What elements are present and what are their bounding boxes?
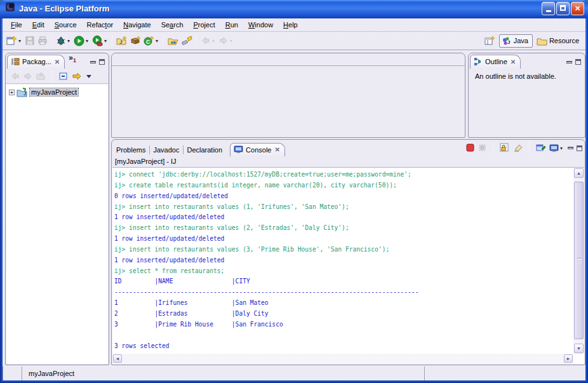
view-minimize-icon[interactable] [568, 147, 573, 149]
tab-problems[interactable]: Problems [113, 144, 149, 156]
up-button[interactable] [36, 72, 45, 80]
back-button[interactable] [11, 72, 20, 80]
toolbar-separator [112, 34, 112, 47]
close-icon[interactable]: ✕ [510, 58, 516, 65]
horizontal-scrollbar[interactable]: ◄ ► [112, 354, 573, 364]
back-arrow-icon [11, 72, 20, 80]
dropdown-arrow-icon: ▾ [86, 38, 88, 44]
tree-row-project[interactable]: + J myJavaProject [9, 86, 108, 98]
tab-outline[interactable]: Outline ✕ [470, 55, 521, 69]
maximize-button[interactable] [556, 2, 570, 15]
pin-console-button[interactable] [536, 143, 545, 153]
menu-item[interactable]: Search [157, 20, 188, 30]
search-button[interactable] [180, 34, 194, 47]
terminate-button[interactable] [466, 144, 474, 153]
print-icon [37, 36, 48, 46]
print-button[interactable] [36, 34, 49, 47]
close-button[interactable]: ✕ [571, 2, 584, 15]
console-text-area[interactable]: ij> connect 'jdbc:derby://localhost:1527… [112, 168, 573, 354]
link-with-editor-icon [72, 72, 82, 81]
perspective-label: Java [514, 37, 528, 44]
view-menu-button[interactable] [86, 74, 92, 79]
perspective-tab-java[interactable]: J Java [499, 34, 533, 48]
menu-item[interactable]: Source [50, 20, 81, 30]
debug-button[interactable]: ▾ [55, 34, 72, 47]
collapse-all-button[interactable] [58, 72, 68, 81]
menu-item[interactable]: Navigate [119, 20, 155, 30]
run-button[interactable]: ▾ [72, 34, 91, 48]
remove-launches-button[interactable] [478, 144, 486, 153]
menu-item[interactable]: Help [279, 20, 302, 30]
scroll-lock-button[interactable] [500, 143, 509, 153]
view-minimize-icon[interactable] [566, 61, 572, 64]
vertical-scrollbar[interactable]: ▲ ▼ [573, 168, 584, 354]
link-with-editor-button[interactable] [72, 72, 82, 81]
tab-declaration[interactable]: Declaration [184, 144, 226, 156]
tab-console[interactable]: Console ✕ [230, 143, 285, 156]
menu-item[interactable]: File [6, 20, 27, 30]
console-line: 0 rows inserted/updated/deleted [114, 191, 573, 202]
view-minimize-icon[interactable] [90, 61, 96, 64]
dropdown-arrow-icon: ▾ [104, 38, 107, 44]
back-button[interactable]: ▾ [199, 35, 217, 46]
new-wizard-button[interactable]: ▾ [5, 34, 23, 47]
tab-package-explorer[interactable]: Packag... ✕ [7, 55, 65, 69]
menu-item[interactable]: Edit [28, 20, 49, 30]
new-class-button[interactable]: C ▾ [142, 34, 161, 47]
save-icon [25, 36, 35, 46]
clear-console-icon [513, 144, 523, 152]
new-package-button[interactable] [129, 34, 142, 47]
package-explorer-icon [11, 57, 20, 66]
scroll-up-button[interactable]: ▲ [574, 168, 584, 178]
save-button[interactable] [23, 34, 36, 47]
tab-javadoc[interactable]: Javadoc [150, 144, 183, 156]
scrollbar-thumb[interactable] [574, 182, 584, 339]
svg-text:J: J [119, 39, 122, 45]
view-stack-more[interactable]: »1 [65, 53, 77, 69]
package-explorer-tree[interactable]: + J myJavaProject [6, 84, 108, 364]
toolbar-separator [493, 142, 493, 154]
new-java-project-button[interactable]: J [115, 34, 129, 47]
clear-console-button[interactable] [513, 144, 523, 153]
scroll-lock-icon [500, 143, 509, 152]
close-icon[interactable]: ✕ [54, 58, 60, 65]
toolbar-separator [51, 70, 52, 83]
menu-item[interactable]: Run [221, 20, 243, 30]
forward-arrow-icon [218, 36, 229, 45]
open-console-button[interactable]: ▾ [549, 144, 564, 152]
title-bar[interactable]: Java - Eclipse Platform ✕ [0, 0, 588, 18]
new-class-icon: C [144, 36, 154, 46]
console-line: 3 rows selected [114, 341, 573, 352]
status-cell-right [424, 366, 585, 380]
open-type-button[interactable] [166, 34, 180, 47]
open-console-icon [549, 144, 559, 152]
perspective-tab-resource[interactable]: Resource [535, 35, 583, 47]
console-view: Problems Javadoc Declaration Console ✕ [111, 139, 585, 365]
open-perspective-button[interactable] [483, 34, 497, 47]
tree-expander-icon[interactable]: + [9, 90, 15, 95]
external-tools-button[interactable]: ▾ [91, 34, 109, 48]
forward-button[interactable]: ▾ [217, 35, 235, 46]
view-maximize-icon[interactable] [577, 145, 582, 151]
minimize-button[interactable] [542, 2, 555, 15]
menu-item[interactable]: Project [189, 20, 220, 30]
menu-item[interactable]: Refactor [83, 20, 118, 30]
scroll-left-button[interactable]: ◄ [113, 354, 122, 363]
toolbar-separator [529, 142, 530, 154]
status-selected-item: myJavaProject [22, 366, 424, 380]
status-cell-left [3, 366, 22, 380]
scroll-right-button[interactable]: ► [564, 354, 573, 363]
console-output[interactable]: ij> connect 'jdbc:derby://localhost:1527… [112, 167, 584, 364]
view-maximize-icon[interactable] [575, 59, 581, 65]
close-icon[interactable]: ✕ [274, 146, 280, 153]
forward-button[interactable] [23, 72, 32, 80]
project-name[interactable]: myJavaProject [30, 88, 78, 96]
menu-item[interactable]: Window [244, 20, 277, 30]
console-line: ij> insert into restaurants values (2, '… [114, 223, 573, 234]
view-maximize-icon[interactable] [99, 59, 105, 65]
editor-area[interactable] [111, 53, 465, 138]
scroll-down-button[interactable]: ▼ [574, 344, 584, 353]
new-package-icon [130, 36, 141, 46]
toolbar-separator [51, 34, 52, 47]
tab-label: Packag... [22, 58, 51, 65]
